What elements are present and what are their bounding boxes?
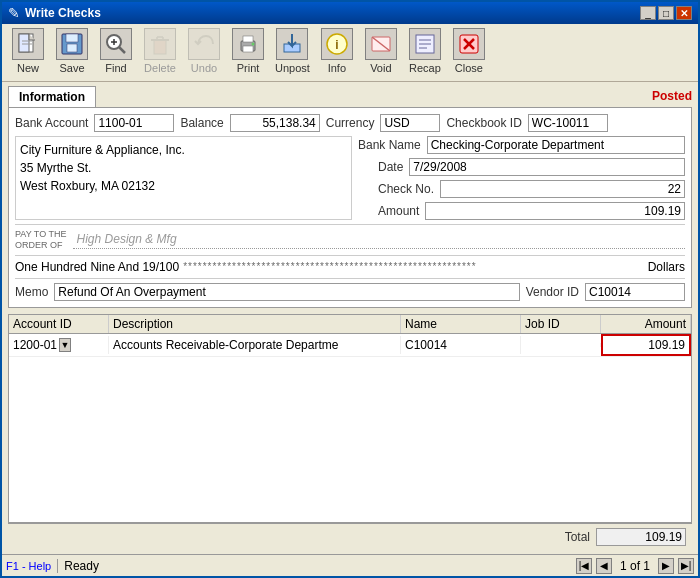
col-job-id: Job ID xyxy=(521,315,601,333)
pay-to-section: PAY TO THEORDER OF High Design & Mfg xyxy=(15,224,685,256)
print-icon xyxy=(232,28,264,60)
unpost-label: Unpost xyxy=(275,62,310,74)
svg-rect-11 xyxy=(154,40,166,54)
bank-account-row: Bank Account Balance Currency Checkbook … xyxy=(15,114,685,132)
currency-label: Currency xyxy=(326,116,375,130)
tab-label: Information xyxy=(19,90,85,104)
company-address1: 35 Myrthe St. xyxy=(20,159,347,177)
title-bar: ✎ Write Checks _ □ ✕ xyxy=(2,2,698,24)
toolbar: New Save Find Delete Undo xyxy=(2,24,698,82)
content-area: Information Posted Bank Account Balance … xyxy=(2,82,698,554)
close-button[interactable]: ✕ xyxy=(676,6,692,20)
amount-label: Amount xyxy=(358,204,419,218)
checkbook-id-label: Checkbook ID xyxy=(446,116,521,130)
info-button[interactable]: i Info xyxy=(317,25,357,77)
print-button[interactable]: Print xyxy=(228,25,268,77)
new-label: New xyxy=(17,62,39,74)
bank-name-row: Bank Name xyxy=(358,136,685,154)
undo-button[interactable]: Undo xyxy=(184,25,224,77)
currency-input[interactable] xyxy=(380,114,440,132)
table-row[interactable]: 1200-01 ▼ Accounts Receivable-Corporate … xyxy=(9,334,691,357)
cell-description: Accounts Receivable-Corporate Departme xyxy=(109,336,401,354)
first-page-button[interactable]: |◀ xyxy=(576,558,592,574)
close-toolbar-button[interactable]: Close xyxy=(449,25,489,77)
company-name: City Furniture & Appliance, Inc. xyxy=(20,141,347,159)
svg-rect-1 xyxy=(19,34,29,52)
address-section: City Furniture & Appliance, Inc. 35 Myrt… xyxy=(15,136,685,220)
check-no-label: Check No. xyxy=(358,182,434,196)
title-bar-left: ✎ Write Checks xyxy=(8,5,101,21)
asterisk-fill: ****************************************… xyxy=(183,261,644,272)
next-page-button[interactable]: ▶ xyxy=(658,558,674,574)
checkbook-id-input[interactable] xyxy=(528,114,608,132)
grid-header: Account ID Description Name Job ID Amoun… xyxy=(9,315,691,334)
page-of: of xyxy=(630,559,643,573)
bank-account-input[interactable] xyxy=(94,114,174,132)
void-button[interactable]: Void xyxy=(361,25,401,77)
check-no-row: Check No. xyxy=(358,180,685,198)
void-icon xyxy=(365,28,397,60)
new-button[interactable]: New xyxy=(8,25,48,77)
amount-row: Amount xyxy=(358,202,685,220)
balance-input[interactable] xyxy=(230,114,320,132)
find-label: Find xyxy=(105,62,126,74)
delete-button[interactable]: Delete xyxy=(140,25,180,77)
form-panel: Bank Account Balance Currency Checkbook … xyxy=(8,107,692,308)
recap-button[interactable]: Recap xyxy=(405,25,445,77)
amount-input[interactable] xyxy=(425,202,685,220)
main-window: ✎ Write Checks _ □ ✕ New Save Find xyxy=(0,0,700,578)
minimize-button[interactable]: _ xyxy=(640,6,656,20)
page-info: 1 of 1 xyxy=(616,559,654,573)
save-label: Save xyxy=(59,62,84,74)
svg-text:i: i xyxy=(335,38,338,52)
col-amount: Amount xyxy=(601,315,691,333)
address-right: Bank Name Date Check No. Amount xyxy=(358,136,685,220)
col-account-id: Account ID xyxy=(9,315,109,333)
print-label: Print xyxy=(237,62,260,74)
memo-label: Memo xyxy=(15,285,48,299)
memo-input[interactable] xyxy=(54,283,519,301)
undo-label: Undo xyxy=(191,62,217,74)
total-row: Total xyxy=(8,523,692,550)
pay-to-value: High Design & Mfg xyxy=(73,230,685,249)
unpost-icon xyxy=(276,28,308,60)
bank-name-input[interactable] xyxy=(427,136,685,154)
tab-bar: Information Posted xyxy=(8,86,692,107)
check-no-input[interactable] xyxy=(440,180,685,198)
delete-icon xyxy=(144,28,176,60)
col-description: Description xyxy=(109,315,401,333)
date-input[interactable] xyxy=(409,158,685,176)
status-separator xyxy=(57,559,58,573)
bank-account-label: Bank Account xyxy=(15,116,88,130)
balance-label: Balance xyxy=(180,116,223,130)
close-toolbar-icon xyxy=(453,28,485,60)
account-id-dropdown[interactable]: ▼ xyxy=(59,338,71,352)
status-bar: F1 - Help Ready |◀ ◀ 1 of 1 ▶ ▶| xyxy=(2,554,698,576)
svg-rect-17 xyxy=(243,46,253,52)
recap-icon xyxy=(409,28,441,60)
total-input xyxy=(596,528,686,546)
svg-line-8 xyxy=(119,47,125,53)
prev-page-button[interactable]: ◀ xyxy=(596,558,612,574)
last-page-button[interactable]: ▶| xyxy=(678,558,694,574)
save-button[interactable]: Save xyxy=(52,25,92,77)
new-icon xyxy=(12,28,44,60)
help-link[interactable]: F1 - Help xyxy=(6,560,51,572)
posted-status: Posted xyxy=(652,89,692,107)
nav-bar: |◀ ◀ 1 of 1 ▶ ▶| xyxy=(576,558,694,574)
find-button[interactable]: Find xyxy=(96,25,136,77)
svg-rect-18 xyxy=(243,36,253,42)
amount-words-row: One Hundred Nine And 19/100 ************… xyxy=(15,260,685,279)
grid-section: Account ID Description Name Job ID Amoun… xyxy=(8,314,692,523)
cell-amount[interactable]: 109.19 xyxy=(601,334,691,356)
info-icon: i xyxy=(321,28,353,60)
maximize-button[interactable]: □ xyxy=(658,6,674,20)
title-buttons: _ □ ✕ xyxy=(640,6,692,20)
page-current: 1 xyxy=(620,559,627,573)
company-address2: West Roxbury, MA 02132 xyxy=(20,177,347,195)
information-tab[interactable]: Information xyxy=(8,86,96,107)
cell-job-id xyxy=(521,343,601,347)
void-label: Void xyxy=(370,62,391,74)
vendor-id-input[interactable] xyxy=(585,283,685,301)
unpost-button[interactable]: Unpost xyxy=(272,25,313,77)
